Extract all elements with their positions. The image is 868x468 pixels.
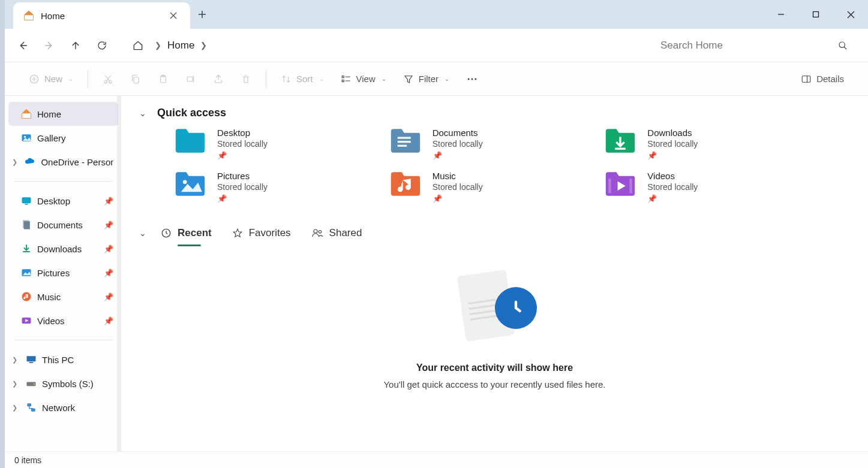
more-button[interactable] <box>460 68 484 90</box>
sidebar-item-network[interactable]: ❯ Network <box>8 395 118 419</box>
svg-point-37 <box>314 230 317 233</box>
star-icon <box>232 228 243 238</box>
share-button[interactable] <box>207 68 230 90</box>
sidebar-item-documents[interactable]: Documents 📌 <box>8 213 118 237</box>
music-icon <box>20 291 32 303</box>
paste-button[interactable] <box>152 68 175 90</box>
tab-home[interactable]: Home <box>13 2 190 29</box>
quick-access-music[interactable]: Music Stored locally 📌 <box>389 171 584 203</box>
forward-button[interactable] <box>37 34 61 58</box>
quick-access-documents[interactable]: Documents Stored locally 📌 <box>389 128 584 160</box>
view-button[interactable]: View ⌄ <box>335 68 392 90</box>
search-box[interactable] <box>652 34 856 58</box>
empty-illustration <box>447 267 543 351</box>
svg-rect-0 <box>813 12 819 17</box>
gallery-icon <box>20 132 32 144</box>
qa-sublabel: Stored locally <box>217 182 268 192</box>
pin-icon: 📌 <box>433 151 483 160</box>
refresh-button[interactable] <box>90 34 114 58</box>
quick-access-videos[interactable]: Videos Stored locally 📌 <box>604 171 799 203</box>
details-pane-button[interactable]: Details <box>795 68 850 90</box>
close-button[interactable] <box>833 0 868 29</box>
chevron-right-icon: ❯ <box>12 356 20 364</box>
downloads-folder-icon <box>604 128 636 154</box>
quick-access-downloads[interactable]: Downloads Stored locally 📌 <box>604 128 799 160</box>
qa-sublabel: Stored locally <box>433 182 483 192</box>
file-explorer-window: Home ❯ Home ❯ <box>0 0 868 468</box>
sidebar-item-onedrive[interactable]: ❯ OneDrive - Personal <box>8 150 118 174</box>
desktop-icon <box>20 195 32 207</box>
svg-rect-32 <box>397 145 406 147</box>
navbar: ❯ Home ❯ <box>5 29 868 62</box>
cut-button[interactable] <box>97 68 119 90</box>
pin-icon: 📌 <box>433 194 483 203</box>
sidebar-item-home[interactable]: Home <box>8 102 118 126</box>
svg-rect-20 <box>24 221 30 229</box>
chevron-down-icon[interactable]: ⌄ <box>139 108 146 118</box>
rename-button[interactable] <box>179 68 202 90</box>
new-button[interactable]: New ⌄ <box>23 68 79 90</box>
pin-icon: 📌 <box>647 194 698 203</box>
sidebar-item-desktop[interactable]: Desktop 📌 <box>8 189 118 213</box>
search-icon <box>838 41 848 50</box>
tab-recent[interactable]: Recent <box>160 224 213 243</box>
svg-rect-8 <box>187 77 193 81</box>
sidebar-item-downloads[interactable]: Downloads 📌 <box>8 237 118 261</box>
delete-button[interactable] <box>235 68 257 90</box>
pin-icon: 📌 <box>104 292 113 301</box>
tab-shared[interactable]: Shared <box>310 224 364 243</box>
sidebar-item-music[interactable]: Music 📌 <box>8 285 118 309</box>
qa-sublabel: Stored locally <box>433 139 483 149</box>
qa-sublabel: Stored locally <box>217 139 268 149</box>
pin-icon: 📌 <box>104 197 113 206</box>
sort-button[interactable]: Sort ⌄ <box>275 68 330 90</box>
qa-label: Desktop <box>217 128 268 138</box>
network-icon <box>25 401 37 413</box>
copy-button[interactable] <box>124 68 147 90</box>
onedrive-icon <box>24 156 36 168</box>
tab-favorites[interactable]: Favorites <box>231 224 292 243</box>
sidebar-item-symbols-drive[interactable]: ❯ Symbols (S:) <box>8 372 118 395</box>
breadcrumb-home[interactable]: Home <box>167 40 194 52</box>
tab-close-button[interactable] <box>165 7 182 24</box>
qa-label: Downloads <box>647 128 698 138</box>
filter-button[interactable]: Filter ⌄ <box>397 68 455 90</box>
address-bar[interactable]: ❯ Home ❯ <box>116 35 650 56</box>
main-content: ⌄ Quick access Desktop Stored locally 📌 … <box>121 96 868 451</box>
desktop-folder-icon <box>174 128 206 154</box>
svg-rect-24 <box>27 356 36 361</box>
maximize-button[interactable] <box>798 0 833 29</box>
sidebar-item-pictures[interactable]: Pictures 📌 <box>8 261 118 285</box>
pin-icon: 📌 <box>217 194 268 203</box>
address-home-icon <box>127 35 149 56</box>
chevron-right-icon: ❯ <box>12 404 20 412</box>
pin-icon: 📌 <box>217 151 268 160</box>
sidebar-item-videos[interactable]: Videos 📌 <box>8 309 118 333</box>
home-icon <box>20 108 32 120</box>
svg-rect-35 <box>630 179 632 193</box>
pictures-icon <box>20 267 32 279</box>
home-icon <box>23 10 35 22</box>
minimize-button[interactable] <box>764 0 798 29</box>
quick-access-pictures[interactable]: Pictures Stored locally 📌 <box>174 171 369 203</box>
chevron-down-icon[interactable]: ⌄ <box>139 228 146 238</box>
svg-rect-9 <box>342 76 344 77</box>
sidebar-item-gallery[interactable]: Gallery <box>8 126 118 150</box>
music-folder-icon <box>389 171 422 197</box>
search-input[interactable] <box>660 40 838 52</box>
svg-point-13 <box>474 78 476 80</box>
up-button[interactable] <box>64 34 88 58</box>
chevron-right-icon: ❯ <box>155 41 161 50</box>
clock-icon <box>161 228 172 238</box>
back-button[interactable] <box>11 34 35 58</box>
svg-rect-10 <box>342 80 344 81</box>
sidebar-item-this-pc[interactable]: ❯ This PC <box>8 348 118 372</box>
quick-access-desktop[interactable]: Desktop Stored locally 📌 <box>174 128 369 160</box>
toolbar: New ⌄ Sort ⌄ View ⌄ Filter ⌄ <box>5 62 868 96</box>
svg-point-1 <box>839 42 845 47</box>
chevron-down-icon: ⌄ <box>319 76 324 82</box>
pin-icon: 📌 <box>104 316 113 325</box>
qa-label: Documents <box>433 128 483 138</box>
qa-sublabel: Stored locally <box>647 182 698 192</box>
new-tab-button[interactable] <box>190 0 214 29</box>
